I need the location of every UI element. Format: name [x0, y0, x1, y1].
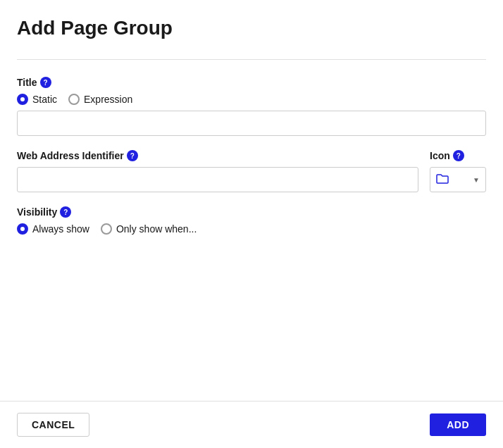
cancel-button[interactable]: CANCEL — [17, 413, 89, 437]
page-title: Add Page Group — [17, 17, 486, 39]
web-address-label-row: Web Address Identifier ? — [17, 150, 418, 161]
web-address-icon-section: Web Address Identifier ? Icon ? — [17, 150, 486, 192]
title-label-row: Title ? — [17, 77, 486, 88]
visibility-conditional-radio[interactable] — [101, 223, 112, 235]
visibility-label: Visibility — [17, 206, 57, 218]
visibility-always-radio[interactable] — [17, 223, 28, 235]
visibility-help-icon[interactable]: ? — [60, 206, 71, 218]
title-radio-group: Static Expression — [17, 94, 486, 105]
visibility-label-row: Visibility ? — [17, 206, 486, 218]
visibility-conditional-label: Only show when... — [116, 223, 197, 235]
title-label: Title — [17, 77, 37, 88]
icon-label: Icon — [430, 150, 450, 161]
top-divider — [17, 59, 486, 60]
title-help-icon[interactable]: ? — [40, 77, 51, 88]
visibility-always-option[interactable]: Always show — [17, 223, 89, 235]
web-address-help-icon[interactable]: ? — [127, 150, 138, 161]
web-address-field: Web Address Identifier ? — [17, 150, 418, 192]
icon-select-button[interactable]: ▼ — [430, 167, 486, 192]
web-address-label: Web Address Identifier — [17, 150, 124, 161]
icon-dropdown-arrow: ▼ — [473, 176, 480, 184]
main-content: Add Page Group Title ? Static Expression — [0, 0, 503, 401]
title-expression-option[interactable]: Expression — [68, 94, 132, 105]
title-section: Title ? Static Expression — [17, 77, 486, 136]
visibility-section: Visibility ? Always show Only show when.… — [17, 206, 486, 235]
folder-icon — [436, 174, 449, 186]
web-address-input[interactable] — [17, 167, 418, 192]
icon-field: Icon ? ▼ — [430, 150, 486, 192]
visibility-conditional-option[interactable]: Only show when... — [101, 223, 197, 235]
icon-label-row: Icon ? — [430, 150, 486, 161]
title-expression-label: Expression — [84, 94, 132, 105]
icon-help-icon[interactable]: ? — [453, 150, 464, 161]
page-container: Add Page Group Title ? Static Expression — [0, 0, 503, 448]
web-address-icon-row: Web Address Identifier ? Icon ? — [17, 150, 486, 192]
visibility-always-label: Always show — [32, 223, 89, 235]
title-expression-radio[interactable] — [68, 94, 80, 105]
title-static-radio[interactable] — [17, 94, 28, 105]
footer: CANCEL ADD — [0, 401, 503, 448]
title-static-option[interactable]: Static — [17, 94, 57, 105]
title-static-label: Static — [32, 94, 57, 105]
title-input[interactable] — [17, 111, 486, 136]
visibility-radio-group: Always show Only show when... — [17, 223, 486, 235]
add-button[interactable]: ADD — [430, 413, 486, 436]
